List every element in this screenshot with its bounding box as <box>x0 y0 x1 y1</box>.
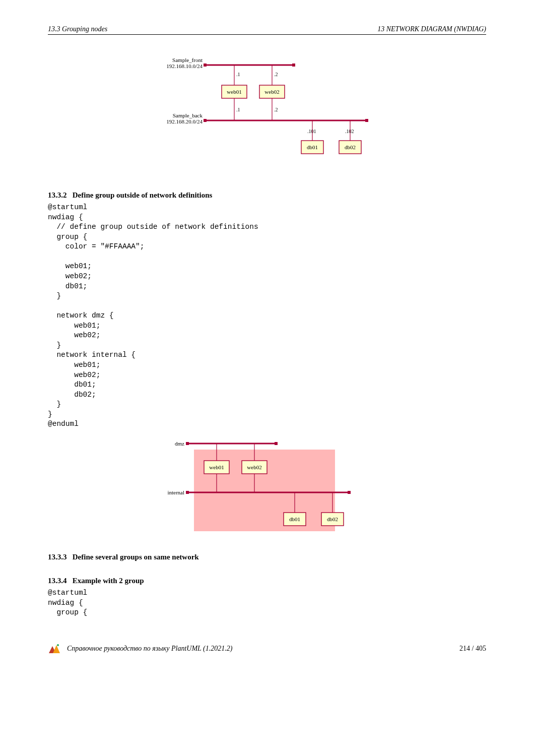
header-left: 13.3 Grouping nodes <box>48 25 107 33</box>
svg-text:web02: web02 <box>247 464 261 470</box>
svg-text:.1: .1 <box>236 107 240 112</box>
svg-text:.102: .102 <box>345 129 354 134</box>
svg-text:web01: web01 <box>227 89 241 95</box>
diagram-2: dmz web01 web02 internal db01 db02 <box>48 434 486 533</box>
svg-text:Sample_front: Sample_front <box>172 57 203 63</box>
section-13-3-3: 13.3.3 Define several groups on same net… <box>48 553 486 561</box>
footer-text: Справочное руководство по языку PlantUML… <box>67 645 232 653</box>
svg-rect-44 <box>186 491 189 494</box>
svg-text:internal: internal <box>167 489 184 495</box>
svg-rect-2 <box>292 64 295 67</box>
svg-rect-19 <box>365 119 368 122</box>
svg-rect-33 <box>275 442 278 445</box>
plantuml-logo-icon <box>48 643 61 654</box>
page: 13.3 Grouping nodes 13 NETWORK DIAGRAM (… <box>0 0 534 674</box>
section-13-3-4: 13.3.4 Example with 2 group <box>48 577 486 585</box>
svg-text:web01: web01 <box>209 464 224 470</box>
svg-rect-32 <box>186 442 189 445</box>
svg-text:dmz: dmz <box>175 440 184 447</box>
page-number: 214 / 405 <box>459 645 486 653</box>
svg-text:192.168.10.0/24: 192.168.10.0/24 <box>166 63 203 69</box>
svg-text:db01: db01 <box>307 144 318 150</box>
svg-text:db02: db02 <box>345 144 356 150</box>
diagram-1: Sample_front 192.168.10.0/24 .1 .2 web01… <box>48 55 486 171</box>
svg-text:.2: .2 <box>274 72 278 77</box>
footer-left: Справочное руководство по языку PlantUML… <box>48 643 232 654</box>
svg-text:web02: web02 <box>264 89 279 95</box>
page-footer: Справочное руководство по языку PlantUML… <box>48 643 486 654</box>
svg-rect-45 <box>348 491 351 494</box>
section-number: 13.3.4 <box>48 577 67 585</box>
svg-text:.2: .2 <box>274 107 278 112</box>
svg-text:db02: db02 <box>327 516 338 522</box>
svg-rect-18 <box>204 119 207 122</box>
code-block-2: @startuml nwdiag { group { <box>48 588 486 618</box>
nwdiag-svg-2: dmz web01 web02 internal db01 db02 <box>146 434 388 533</box>
svg-text:.1: .1 <box>236 72 240 77</box>
svg-point-53 <box>57 644 59 646</box>
section-13-3-2: 13.3.2 Define group outside of network d… <box>48 191 486 200</box>
header-right: 13 NETWORK DIAGRAM (NWDIAG) <box>377 25 486 33</box>
svg-text:db01: db01 <box>289 516 300 522</box>
section-title: Define group outside of network definiti… <box>73 191 213 199</box>
page-header: 13.3 Grouping nodes 13 NETWORK DIAGRAM (… <box>48 25 486 35</box>
section-title: Example with 2 group <box>73 577 144 585</box>
section-number: 13.3.2 <box>48 191 67 199</box>
section-number: 13.3.3 <box>48 553 67 561</box>
svg-text:.101: .101 <box>307 129 316 134</box>
svg-rect-1 <box>204 64 207 67</box>
section-title: Define several groups on same network <box>73 553 199 561</box>
svg-text:192.168.20.0/24: 192.168.20.0/24 <box>166 118 203 124</box>
nwdiag-svg-1: Sample_front 192.168.10.0/24 .1 .2 web01… <box>146 55 388 171</box>
svg-text:Sample_back: Sample_back <box>173 112 203 118</box>
code-block-1: @startuml nwdiag { // define group outsi… <box>48 203 486 429</box>
